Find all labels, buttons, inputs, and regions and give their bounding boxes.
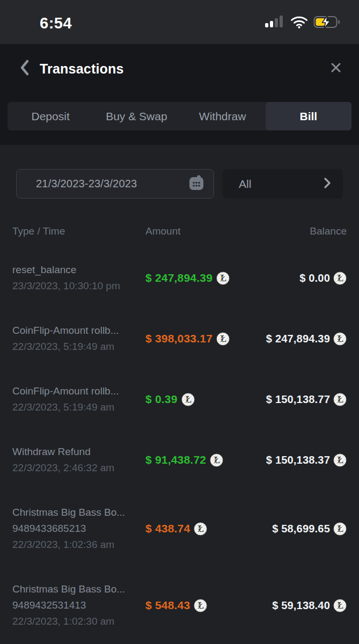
table-row: Christmas Big Bass Bo...948943253141322/…	[12, 581, 347, 630]
amount-cell: $ 398,033.17Ł	[145, 332, 266, 346]
chevron-right-icon	[323, 176, 332, 192]
transaction-id: 9489433685213	[12, 521, 145, 537]
cellular-signal-icon	[265, 16, 285, 31]
litecoin-coin-icon: Ł	[216, 332, 230, 346]
wifi-icon	[290, 16, 308, 31]
date-range-value: 21/3/2023-23/3/2023	[36, 178, 187, 190]
amount-cell: $ 91,438.72Ł	[145, 453, 266, 467]
transaction-type: Christmas Big Bass Bo...	[12, 581, 145, 597]
transaction-time: 22/3/2023, 5:19:49 am	[12, 339, 145, 355]
clock-time: 6:54	[40, 12, 72, 32]
category-value: All	[239, 178, 323, 191]
tab-bill[interactable]: Bill	[266, 102, 351, 130]
battery-charging-icon	[313, 15, 342, 31]
amount-value: $ 398,033.17	[145, 332, 213, 345]
type-time-cell: reset_balance23/3/2023, 10:30:10 pm	[12, 262, 145, 294]
litecoin-coin-icon: Ł	[210, 453, 223, 467]
transaction-time: 23/3/2023, 10:30:10 pm	[12, 278, 145, 294]
amount-cell: $ 438.74Ł	[145, 522, 272, 536]
amount-value: $ 91,438.72	[145, 453, 206, 466]
balance-cell: $ 150,138.37Ł	[266, 453, 347, 467]
transactions-table: Type / Time Amount Balance reset_balance…	[0, 199, 359, 630]
amount-cell: $ 548.43Ł	[145, 599, 272, 612]
back-button[interactable]	[18, 58, 31, 79]
header-section: Transactions DepositBuy & SwapWithdrawBi…	[0, 44, 359, 145]
header-row: Transactions	[0, 55, 359, 83]
tab-bar: DepositBuy & SwapWithdrawBill	[8, 102, 351, 130]
balance-cell: $ 150,138.77Ł	[266, 393, 347, 406]
litecoin-coin-icon: Ł	[181, 393, 195, 406]
transaction-time: 22/3/2023, 5:19:49 am	[12, 399, 145, 415]
transactions-list: reset_balance23/3/2023, 10:30:10 pm$ 247…	[12, 262, 347, 630]
balance-value: $ 150,138.77	[266, 393, 330, 406]
status-bar: 6:54	[0, 0, 359, 44]
amount-value: $ 548.43	[145, 599, 190, 612]
type-time-cell: CoinFlip-Amount rollb...22/3/2023, 5:19:…	[12, 383, 145, 415]
transaction-type: reset_balance	[12, 262, 145, 278]
amount-cell: $ 0.39Ł	[145, 393, 266, 406]
litecoin-coin-icon: Ł	[333, 453, 347, 467]
amount-cell: $ 247,894.39Ł	[145, 272, 299, 285]
tab-buy-swap[interactable]: Buy & Swap	[93, 102, 179, 130]
type-time-cell: Christmas Big Bass Bo...948943368521322/…	[12, 504, 145, 553]
litecoin-coin-icon: Ł	[333, 272, 347, 285]
balance-value: $ 247,894.39	[266, 333, 330, 345]
main-content: 21/3/2023-23/3/2023 All	[0, 145, 359, 644]
transaction-time: 22/3/2023, 1:02:36 am	[12, 537, 145, 553]
table-row: Christmas Big Bass Bo...948943368521322/…	[12, 504, 347, 553]
balance-value: $ 150,138.37	[266, 454, 330, 466]
calendar-icon	[187, 173, 206, 195]
table-row: CoinFlip-Amount rollb...22/3/2023, 5:19:…	[12, 383, 347, 415]
close-button[interactable]	[329, 61, 343, 77]
page-title: Transactions	[40, 61, 124, 77]
balance-cell: $ 247,894.39Ł	[266, 332, 347, 346]
litecoin-coin-icon: Ł	[216, 272, 230, 285]
litecoin-coin-icon: Ł	[333, 332, 347, 346]
column-header-balance: Balance	[310, 225, 347, 237]
table-header-row: Type / Time Amount Balance	[12, 225, 347, 237]
balance-cell: $ 59,138.40Ł	[272, 599, 347, 612]
transaction-type: CoinFlip-Amount rollb...	[12, 323, 145, 339]
amount-value: $ 247,894.39	[145, 272, 213, 284]
litecoin-coin-icon: Ł	[333, 522, 347, 536]
type-time-cell: Withdraw Refund22/3/2023, 2:46:32 am	[12, 444, 145, 476]
transaction-type: CoinFlip-Amount rollb...	[12, 383, 145, 399]
column-header-amount: Amount	[145, 225, 310, 237]
status-icons	[265, 13, 342, 31]
transaction-type: Christmas Big Bass Bo...	[12, 504, 145, 521]
type-time-cell: Christmas Big Bass Bo...948943253141322/…	[12, 581, 145, 630]
filter-row: 21/3/2023-23/3/2023 All	[0, 169, 359, 199]
column-header-type-time: Type / Time	[12, 225, 145, 237]
transaction-time: 22/3/2023, 1:02:30 am	[12, 613, 145, 630]
litecoin-coin-icon: Ł	[333, 393, 347, 406]
type-time-cell: CoinFlip-Amount rollb...22/3/2023, 5:19:…	[12, 323, 145, 355]
close-icon	[329, 61, 343, 77]
amount-value: $ 438.74	[145, 522, 190, 535]
balance-value: $ 59,138.40	[272, 599, 330, 612]
table-row: reset_balance23/3/2023, 10:30:10 pm$ 247…	[12, 262, 347, 294]
table-row: CoinFlip-Amount rollb...22/3/2023, 5:19:…	[12, 323, 347, 355]
category-select[interactable]: All	[223, 169, 343, 199]
litecoin-coin-icon: Ł	[194, 522, 207, 536]
transaction-time: 22/3/2023, 2:46:32 am	[12, 460, 145, 476]
transaction-id: 9489432531413	[12, 597, 145, 613]
tab-withdraw[interactable]: Withdraw	[180, 102, 266, 130]
tab-deposit[interactable]: Deposit	[8, 102, 93, 130]
balance-value: $ 58,699.65	[272, 523, 330, 535]
date-range-field[interactable]: 21/3/2023-23/3/2023	[16, 169, 214, 199]
amount-value: $ 0.39	[145, 393, 178, 406]
balance-cell: $ 0.00Ł	[299, 272, 347, 285]
litecoin-coin-icon: Ł	[194, 599, 207, 612]
transaction-type: Withdraw Refund	[12, 444, 145, 460]
table-row: Withdraw Refund22/3/2023, 2:46:32 am$ 91…	[12, 444, 347, 476]
balance-value: $ 0.00	[299, 272, 330, 284]
balance-cell: $ 58,699.65Ł	[272, 522, 347, 536]
chevron-left-icon	[18, 58, 31, 79]
litecoin-coin-icon: Ł	[333, 599, 347, 612]
